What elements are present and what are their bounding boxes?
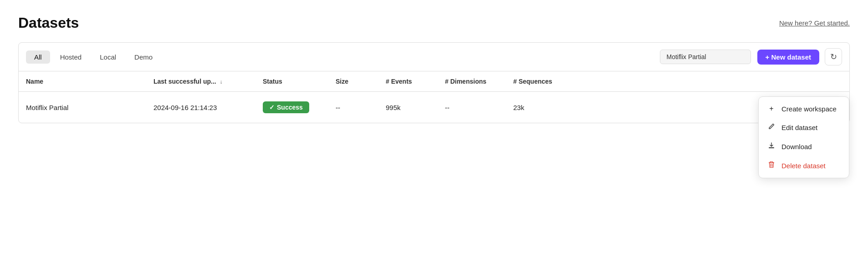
col-header-size: Size xyxy=(328,71,378,92)
datasets-panel: All Hosted Local Demo + New dataset ↻ Na… xyxy=(18,42,850,123)
cell-sequences: 23k ⋮ + Create workspace xyxy=(506,92,849,123)
new-dataset-button[interactable]: + New dataset xyxy=(757,50,819,65)
page-header: Datasets New here? Get started. xyxy=(18,15,850,31)
trash-icon xyxy=(767,161,776,170)
sort-icon: ↓ xyxy=(220,79,223,85)
datasets-table: Name Last successful up... ↓ Status Size… xyxy=(19,71,849,123)
plus-icon: + xyxy=(767,105,776,113)
row-actions-dropdown: + Create workspace Edit dataset xyxy=(758,96,849,178)
refresh-button[interactable]: ↻ xyxy=(825,48,842,65)
cell-last-upload: 2024-09-16 21:14:23 xyxy=(146,92,255,123)
tab-hosted[interactable]: Hosted xyxy=(52,50,90,64)
col-header-name: Name xyxy=(19,71,146,92)
dropdown-item-create-workspace[interactable]: + Create workspace xyxy=(759,100,849,118)
cell-status: ✓ Success xyxy=(255,92,328,123)
cell-events: 995k xyxy=(378,92,438,123)
panel-toolbar: All Hosted Local Demo + New dataset ↻ xyxy=(19,43,849,71)
col-header-sequences: # Sequences xyxy=(506,71,849,92)
col-header-last-upload[interactable]: Last successful up... ↓ xyxy=(146,71,255,92)
cell-size: -- xyxy=(328,92,378,123)
page-title: Datasets xyxy=(18,15,79,31)
dropdown-item-edit-dataset[interactable]: Edit dataset xyxy=(759,118,849,137)
tab-local[interactable]: Local xyxy=(92,50,124,64)
sequences-value: 23k xyxy=(513,104,524,111)
tab-demo[interactable]: Demo xyxy=(126,50,161,64)
svg-rect-0 xyxy=(769,147,774,148)
col-header-dimensions: # Dimensions xyxy=(438,71,506,92)
dropdown-item-download[interactable]: Download xyxy=(759,137,849,156)
cell-name: Motiflix Partial xyxy=(19,92,146,123)
check-icon: ✓ xyxy=(269,104,275,111)
table-row: Motiflix Partial 2024-09-16 21:14:23 ✓ S… xyxy=(19,92,849,123)
download-icon xyxy=(767,142,776,151)
table-header-row: Name Last successful up... ↓ Status Size… xyxy=(19,71,849,92)
tab-all[interactable]: All xyxy=(26,50,50,64)
search-input[interactable] xyxy=(660,50,751,64)
col-header-events: # Events xyxy=(378,71,438,92)
edit-icon xyxy=(767,123,776,132)
col-header-status: Status xyxy=(255,71,328,92)
dropdown-item-delete-dataset[interactable]: Delete dataset xyxy=(759,156,849,175)
refresh-icon: ↻ xyxy=(830,52,837,62)
new-dataset-label: + New dataset xyxy=(766,53,811,61)
get-started-link[interactable]: New here? Get started. xyxy=(779,19,850,27)
status-badge: ✓ Success xyxy=(263,101,309,113)
cell-dimensions: -- xyxy=(438,92,506,123)
